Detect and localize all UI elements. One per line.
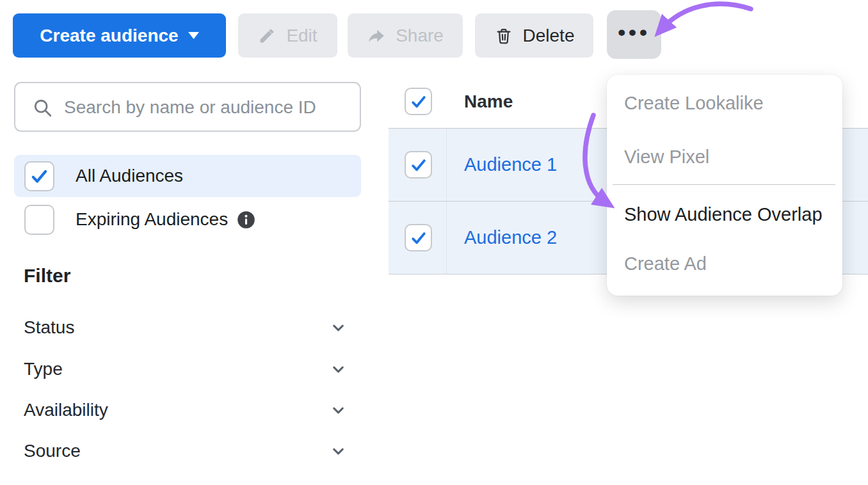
checkmark-icon (409, 228, 428, 248)
filter-section-source[interactable]: Source (14, 437, 361, 465)
info-icon[interactable] (237, 211, 255, 229)
more-button[interactable]: ••• (607, 10, 661, 59)
filter-section-type[interactable]: Type (14, 355, 361, 383)
audience-name-link[interactable]: Audience 2 (464, 227, 557, 248)
menu-item-show-audience-overlap[interactable]: Show Audience Overlap (607, 196, 842, 232)
checkmark-icon (29, 166, 50, 187)
filter-section-status[interactable]: Status (14, 314, 361, 342)
audience-name-link[interactable]: Audience 1 (464, 154, 557, 175)
name-column-header: Name (464, 91, 513, 112)
expiring-audiences-label: Expiring Audiences (76, 209, 228, 230)
search-box (14, 82, 361, 132)
search-icon (32, 97, 54, 119)
all-audiences-checkbox[interactable] (24, 161, 54, 191)
delete-label: Delete (523, 26, 575, 46)
column-separator (446, 129, 447, 201)
trash-icon (494, 26, 513, 45)
share-label: Share (396, 26, 444, 46)
delete-button[interactable]: Delete (475, 13, 593, 58)
edit-label: Edit (286, 26, 317, 46)
create-audience-button[interactable]: Create audience (13, 13, 226, 58)
chevron-down-icon (330, 319, 347, 337)
checkmark-icon (409, 155, 428, 175)
expiring-audiences-filter[interactable]: Expiring Audiences (14, 202, 361, 237)
ellipsis-icon: ••• (618, 20, 650, 45)
chevron-down-icon (330, 402, 347, 419)
filter-section-availability[interactable]: Availability (14, 396, 361, 424)
share-arrow-icon (367, 26, 386, 45)
edit-button[interactable]: Edit (238, 13, 337, 58)
expiring-audiences-label-wrap: Expiring Audiences (76, 209, 255, 230)
chevron-down-icon (330, 443, 347, 460)
filter-section-label: Status (24, 317, 74, 338)
select-all-checkbox[interactable] (405, 88, 432, 115)
menu-item-create-ad[interactable]: Create Ad (607, 246, 842, 282)
all-audiences-label: All Audiences (76, 166, 183, 186)
search-input[interactable] (63, 84, 347, 131)
filter-heading: Filter (24, 265, 70, 287)
create-audience-label: Create audience (40, 26, 178, 46)
chevron-down-icon (330, 361, 347, 378)
row-checkbox[interactable] (405, 151, 432, 179)
menu-divider (613, 184, 835, 185)
share-button[interactable]: Share (348, 13, 463, 58)
filter-section-label: Type (24, 359, 63, 379)
caret-down-icon (188, 32, 199, 39)
column-separator (446, 202, 447, 274)
filter-section-label: Availability (24, 400, 108, 420)
all-audiences-filter[interactable]: All Audiences (14, 155, 361, 197)
audiences-page: Create audience Edit Share Delete (0, 0, 868, 485)
menu-item-create-lookalike[interactable]: Create Lookalike (607, 85, 842, 121)
more-actions-menu: Create Lookalike View Pixel Show Audienc… (607, 75, 842, 296)
pencil-icon (258, 26, 277, 45)
menu-item-view-pixel[interactable]: View Pixel (607, 139, 842, 175)
arrow-to-more-button (662, 4, 751, 29)
expiring-audiences-checkbox[interactable] (24, 205, 54, 235)
checkmark-icon (409, 92, 428, 111)
row-checkbox[interactable] (405, 224, 432, 251)
filter-section-label: Source (24, 441, 81, 461)
